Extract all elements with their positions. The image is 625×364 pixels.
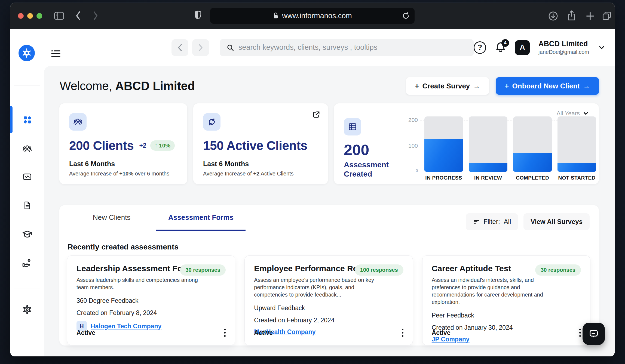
active-nav-indicator [10, 106, 13, 133]
sidebar-item-dashboard[interactable] [22, 115, 32, 125]
card-menu-button[interactable] [222, 327, 227, 338]
chart-bar-completed: COMPLETED [513, 116, 552, 172]
filter-value: All [504, 218, 511, 226]
clients-note: Average Increase of +10% over 6 months [69, 171, 177, 177]
welcome-account-name: ABCD Limited [115, 79, 195, 92]
users-icon [73, 117, 83, 127]
hamburger-menu-icon [51, 49, 61, 58]
view-all-surveys-button[interactable]: View All Surveys [523, 213, 590, 230]
expand-card-button[interactable] [312, 110, 320, 119]
clients-growth-pill: ↑ 10% [150, 140, 175, 151]
search-input[interactable] [238, 43, 467, 52]
active-clients-note: Average Increase of +2 Active Clients [203, 171, 318, 177]
arrow-right-icon: → [473, 82, 480, 90]
browser-forward-icon[interactable] [93, 11, 99, 21]
chart-bar-in-progress: IN PROGRESS [424, 116, 463, 172]
minimize-window-button[interactable] [27, 13, 33, 19]
status-label: Active [432, 329, 451, 337]
sidebar-collapse-toggle[interactable] [51, 49, 61, 58]
active-clients-icon-tile [203, 113, 220, 131]
browser-sidebar-toggle-icon[interactable] [54, 11, 64, 20]
stats-row: 200 Clients +2 ↑ 10% Last 6 Months Avera… [59, 103, 599, 184]
tab-overview-icon[interactable] [602, 11, 612, 21]
assessment-card-leadership[interactable]: Leadership Assessment Form 30 responses … [67, 255, 235, 345]
assessment-type: Peer Feedback [432, 312, 581, 319]
card-menu-button[interactable] [400, 327, 405, 338]
responses-badge: 30 responses [180, 264, 226, 276]
page-back-button[interactable] [171, 39, 188, 56]
sidebar-item-engagement[interactable] [22, 258, 32, 268]
document-icon [23, 201, 32, 210]
assessment-card-performance[interactable]: Employee Performance Review 100 response… [244, 255, 413, 345]
account-avatar[interactable]: A [515, 40, 530, 55]
sidebar [10, 29, 44, 356]
page-forward-button[interactable] [192, 39, 209, 56]
assessment-created-date: Created on February 8, 2024 [76, 309, 226, 317]
assessment-created-date: Created on February 2, 2024 [254, 317, 403, 324]
tab-assessment-forms[interactable]: Assessment Forms [156, 205, 246, 231]
responses-badge: 100 responses [355, 264, 403, 276]
dashboard-icon [22, 115, 32, 125]
chat-fab-button[interactable] [583, 323, 605, 345]
web-app: ? 4 A ABCD Limited janeDoe@gmail.com [10, 29, 615, 356]
sidebar-item-clients[interactable] [22, 144, 32, 154]
sidebar-item-documents[interactable] [22, 200, 32, 211]
active-clients-period: Last 6 Months [203, 160, 318, 168]
notifications-button[interactable]: 4 [495, 41, 506, 54]
surveys-tabs: New Clients Assessment Forms [67, 205, 246, 231]
ytick-200: 200 [403, 117, 418, 123]
onboard-new-client-button[interactable]: + Onboard New Client → [496, 77, 599, 95]
chart-bar-in-review: IN REVIEW [469, 116, 507, 172]
sidebar-item-learning[interactable] [22, 229, 32, 240]
tab-new-clients[interactable]: New Clients [67, 205, 156, 231]
zoom-window-button[interactable] [36, 13, 42, 19]
chat-bubble-icon [588, 328, 599, 339]
notification-badge: 4 [501, 39, 509, 47]
ytick-100: 100 [403, 143, 418, 149]
browser-back-icon[interactable] [75, 11, 81, 21]
clients-delta: +2 [139, 142, 146, 149]
assessment-description: Assess leadership skills and competencie… [76, 276, 203, 291]
status-label: Active [254, 329, 273, 337]
assessment-card-aptitude[interactable]: Career Aptitude Test 30 responses Assess… [422, 255, 590, 345]
users-icon [22, 144, 32, 154]
main-content: Welcome, ABCD Limited + Create Survey → … [44, 66, 615, 356]
sync-icon [207, 117, 216, 127]
help-button[interactable]: ? [474, 41, 486, 54]
responses-badge: 30 responses [535, 264, 581, 276]
chevron-right-icon [198, 44, 203, 52]
browser-titlebar: www.informanos.com [10, 3, 615, 29]
account-chevron-down-icon[interactable] [598, 44, 605, 51]
desktop-background: www.informanos.com [0, 0, 625, 364]
assessments-chart-card: All Years 200 AssessmentCr [334, 103, 599, 184]
close-window-button[interactable] [18, 13, 24, 19]
app-logo[interactable] [19, 45, 35, 61]
sidebar-item-settings[interactable] [22, 304, 32, 315]
assessment-cards-row: Leadership Assessment Form 30 responses … [67, 255, 590, 345]
chart-bar-not-started: NOT STARTED [557, 116, 596, 172]
account-email: janeDoe@gmail.com [538, 49, 589, 55]
page-title: Welcome, ABCD Limited [60, 79, 195, 93]
clients-stat-card: 200 Clients +2 ↑ 10% Last 6 Months Avera… [59, 103, 187, 184]
table-icon [348, 122, 357, 131]
downloads-icon[interactable] [548, 11, 558, 21]
graduation-cap-icon [22, 229, 32, 240]
new-tab-icon[interactable] [586, 11, 595, 21]
assessments-bar-chart: 200 100 0 IN PROGRESSIN REVIEWCOMPLETEDN… [403, 113, 593, 181]
chart-monitor-icon [22, 172, 32, 182]
share-icon[interactable] [566, 10, 577, 21]
global-search[interactable] [220, 39, 474, 56]
card-menu-button[interactable] [578, 327, 583, 338]
create-survey-button[interactable]: + Create Survey → [406, 77, 489, 95]
welcome-row: Welcome, ABCD Limited + Create Survey → … [44, 66, 615, 95]
plus-icon: + [505, 82, 509, 90]
address-bar[interactable]: www.informanos.com [210, 8, 415, 24]
surveys-section-card: New Clients Assessment Forms Filter: All… [59, 205, 599, 346]
account-info: ABCD Limited janeDoe@gmail.com [538, 40, 589, 55]
privacy-shield-icon[interactable] [193, 10, 203, 21]
active-clients-count: 150 Active Clients [203, 138, 307, 153]
sidebar-item-analytics[interactable] [22, 172, 32, 182]
lock-icon [273, 12, 279, 20]
reload-icon[interactable] [402, 11, 410, 20]
filter-button[interactable]: Filter: All [466, 213, 518, 230]
